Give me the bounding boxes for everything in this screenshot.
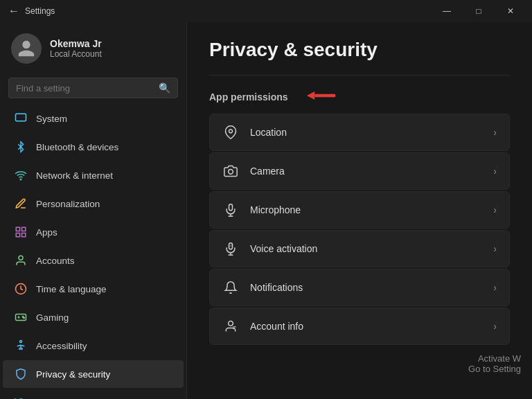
accounts-icon [14, 254, 28, 267]
settings-list: Location › Camera › Microphone › [209, 114, 510, 345]
sidebar-item-label-personalization: Personalization [36, 199, 100, 209]
sidebar-item-label-network: Network & internet [36, 170, 113, 181]
voice-activation-label: Voice activation [250, 243, 482, 254]
sidebar-item-label-bluetooth: Bluetooth & devices [36, 142, 118, 152]
svg-point-6 [19, 256, 23, 260]
user-account-type: Local Account [50, 49, 102, 59]
nav-list: System Bluetooth & devices Network & int… [0, 104, 186, 399]
svg-rect-0 [16, 114, 26, 121]
microphone-label: Microphone [250, 204, 482, 215]
title-divider [209, 75, 510, 76]
notifications-chevron: › [493, 282, 497, 293]
sidebar-item-gaming[interactable]: Gaming [3, 303, 184, 331]
window-controls: — □ ✕ [431, 0, 526, 22]
settings-item-notifications[interactable]: Notifications › [209, 269, 510, 306]
account-info-icon [222, 318, 239, 335]
settings-item-microphone[interactable]: Microphone › [209, 191, 510, 229]
svg-rect-5 [16, 233, 19, 237]
svg-point-11 [20, 341, 22, 343]
apps-icon [14, 225, 28, 239]
title-bar-left: ← Settings [8, 5, 55, 17]
svg-point-22 [229, 245, 231, 247]
sidebar-item-network[interactable]: Network & internet [3, 161, 184, 189]
camera-label: Camera [250, 166, 482, 177]
close-button[interactable]: ✕ [495, 0, 526, 22]
system-icon [14, 112, 28, 125]
sidebar-item-personalization[interactable]: Personalization [3, 190, 184, 218]
sidebar-item-system[interactable]: System [3, 105, 184, 132]
svg-rect-4 [22, 233, 26, 237]
time-icon [14, 282, 28, 296]
settings-item-voice-activation[interactable]: Voice activation › [209, 230, 510, 267]
accessibility-icon [14, 339, 28, 353]
sidebar-item-label-accounts: Accounts [36, 256, 75, 266]
notifications-label: Notifications [250, 282, 482, 293]
arrow-svg [296, 88, 338, 103]
search-box[interactable]: 🔍 [8, 78, 178, 98]
user-name: Okemwa Jr [50, 38, 102, 49]
svg-point-23 [229, 321, 233, 326]
svg-rect-3 [22, 227, 26, 231]
windows-update-icon [14, 396, 28, 399]
page-title: Privacy & security [209, 39, 510, 61]
search-icon: 🔍 [159, 82, 170, 94]
location-label: Location [250, 127, 482, 138]
app-body: Okemwa Jr Local Account 🔍 System Bluetoo… [0, 22, 532, 399]
sidebar-item-windows-update[interactable]: Windows Update [3, 389, 184, 399]
notifications-icon [222, 279, 239, 296]
sidebar-item-label-system: System [36, 114, 67, 124]
settings-item-location[interactable]: Location › [209, 114, 510, 151]
sidebar-item-apps[interactable]: Apps [3, 218, 184, 246]
sidebar-item-accessibility[interactable]: Accessibility [3, 332, 184, 360]
svg-point-10 [24, 317, 25, 319]
svg-rect-16 [229, 204, 233, 211]
sidebar: Okemwa Jr Local Account 🔍 System Bluetoo… [0, 22, 187, 399]
voice-activation-icon [222, 240, 239, 257]
user-info: Okemwa Jr Local Account [50, 38, 102, 59]
maximize-button[interactable]: □ [463, 0, 495, 22]
personalization-icon [14, 197, 28, 211]
user-icon [17, 39, 36, 58]
red-arrow-icon [296, 88, 338, 105]
sidebar-item-label-time: Time & language [36, 284, 107, 294]
network-icon [14, 168, 28, 182]
svg-point-15 [229, 170, 233, 175]
sidebar-item-time[interactable]: Time & language [3, 275, 184, 303]
activate-watermark: Activate W Go to Setting [468, 353, 521, 374]
location-icon [222, 124, 239, 141]
sidebar-item-bluetooth[interactable]: Bluetooth & devices [3, 133, 184, 161]
sidebar-item-label-privacy: Privacy & security [36, 369, 110, 380]
back-arrow[interactable]: ← [8, 5, 19, 17]
watermark-line2: Go to Setting [468, 364, 521, 374]
voice-activation-chevron: › [493, 243, 497, 254]
settings-item-camera[interactable]: Camera › [209, 152, 510, 190]
section-label: App permissions [209, 91, 288, 103]
settings-item-account-info[interactable]: Account info › [209, 308, 510, 345]
svg-marker-12 [307, 91, 314, 100]
section-header: App permissions [209, 88, 510, 105]
svg-rect-13 [314, 94, 335, 98]
microphone-chevron: › [493, 204, 497, 215]
camera-icon [222, 163, 239, 179]
svg-point-14 [229, 130, 233, 133]
privacy-icon [14, 367, 28, 381]
svg-rect-2 [16, 227, 19, 231]
sidebar-item-accounts[interactable]: Accounts [3, 247, 184, 274]
account-info-label: Account info [250, 321, 482, 332]
sidebar-item-label-accessibility: Accessibility [36, 341, 87, 351]
sidebar-item-label-apps: Apps [36, 227, 57, 238]
search-input[interactable] [16, 83, 153, 94]
minimize-button[interactable]: — [431, 0, 463, 22]
gaming-icon [14, 310, 28, 324]
main-panel: Privacy & security App permissions Locat… [187, 22, 532, 399]
avatar [11, 33, 42, 64]
user-profile[interactable]: Okemwa Jr Local Account [0, 22, 186, 75]
account-info-chevron: › [493, 321, 497, 332]
title-bar: ← Settings — □ ✕ [0, 0, 532, 22]
bluetooth-icon [14, 140, 28, 154]
sidebar-item-privacy[interactable]: Privacy & security [3, 360, 184, 388]
watermark-line1: Activate W [468, 353, 521, 364]
app-title: Settings [25, 6, 55, 16]
camera-chevron: › [493, 166, 497, 177]
location-chevron: › [493, 127, 497, 138]
